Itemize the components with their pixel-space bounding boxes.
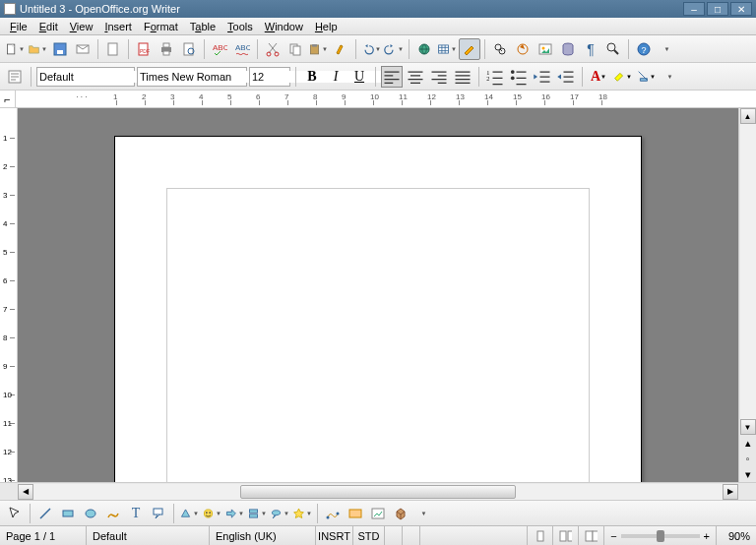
scroll-left-button[interactable]: ◀ <box>18 484 33 500</box>
vertical-ruler[interactable]: 1234567891011121314 <box>0 108 18 482</box>
increase-indent-button[interactable] <box>555 66 577 88</box>
maximize-button[interactable]: □ <box>707 2 728 16</box>
menu-format[interactable]: Format <box>138 21 184 32</box>
vscroll-track[interactable] <box>740 124 756 419</box>
zoom-slider-thumb[interactable] <box>657 530 664 542</box>
fontwork-button[interactable] <box>345 503 366 524</box>
callout-tool-button[interactable] <box>148 503 169 524</box>
bullet-list-button[interactable] <box>508 66 530 88</box>
next-page-button[interactable]: ▾ <box>741 467 755 481</box>
callouts-button[interactable]: ▼ <box>269 503 290 524</box>
close-button[interactable]: ✕ <box>730 2 752 16</box>
styles-window-button[interactable] <box>4 66 26 88</box>
save-button[interactable] <box>49 38 71 60</box>
print-button[interactable] <box>156 38 177 60</box>
hyperlink-button[interactable] <box>413 38 435 60</box>
line-tool-button[interactable] <box>34 503 56 524</box>
zoom-button[interactable] <box>602 38 624 60</box>
status-page-style[interactable]: Default <box>87 526 210 545</box>
page[interactable] <box>114 136 642 482</box>
status-selection-mode[interactable]: STD <box>353 526 385 545</box>
basic-shapes-button[interactable]: ▼ <box>178 503 200 524</box>
gallery-button[interactable] <box>535 38 556 60</box>
export-pdf-button[interactable]: PDF <box>133 38 155 60</box>
new-button[interactable]: ▼ <box>4 38 26 60</box>
redo-button[interactable]: ▼ <box>383 38 405 60</box>
open-button[interactable]: ▼ <box>27 38 48 60</box>
horizontal-ruler[interactable]: ⌐ · · ·123456789101112131415161718 <box>0 91 756 108</box>
navigation-button[interactable]: ◦ <box>741 452 755 465</box>
drawing-overflow-button[interactable]: ▼ <box>412 503 434 524</box>
data-sources-button[interactable] <box>557 38 579 60</box>
toolbar-overflow-button[interactable]: ▼ <box>656 38 677 60</box>
view-layout-book[interactable] <box>579 526 604 545</box>
from-file-button[interactable] <box>367 503 389 524</box>
print-preview-button[interactable] <box>178 38 200 60</box>
select-tool-button[interactable] <box>4 503 26 524</box>
menu-table[interactable]: Table <box>184 21 221 32</box>
navigator-button[interactable] <box>512 38 534 60</box>
menu-window[interactable]: Window <box>259 21 309 32</box>
menu-edit[interactable]: Edit <box>33 21 64 32</box>
copy-button[interactable] <box>284 38 306 60</box>
menu-help[interactable]: Help <box>309 21 344 32</box>
background-color-button[interactable]: ▼ <box>635 66 657 88</box>
numbered-list-button[interactable]: 12 <box>484 66 506 88</box>
align-justify-button[interactable] <box>452 66 473 88</box>
ellipse-tool-button[interactable] <box>80 503 101 524</box>
scroll-down-button[interactable]: ▼ <box>740 419 756 435</box>
undo-button[interactable]: ▼ <box>360 38 382 60</box>
rectangle-tool-button[interactable] <box>57 503 79 524</box>
font-size-combo[interactable]: ▼ <box>249 67 290 87</box>
format-paintbrush-button[interactable] <box>330 38 351 60</box>
show-draw-functions-button[interactable] <box>459 38 480 60</box>
status-modified[interactable] <box>385 526 403 545</box>
status-insert-mode[interactable]: INSRT <box>316 526 353 545</box>
highlight-button[interactable]: ▼ <box>611 66 633 88</box>
view-layout-auto[interactable] <box>553 526 579 545</box>
find-replace-button[interactable] <box>489 38 511 60</box>
status-signature[interactable] <box>403 526 420 545</box>
hscroll-track[interactable] <box>33 484 723 500</box>
font-color-button[interactable]: A▼ <box>588 66 609 88</box>
symbol-shapes-button[interactable]: ▼ <box>201 503 222 524</box>
block-arrows-button[interactable]: ▼ <box>223 503 245 524</box>
decrease-indent-button[interactable] <box>532 66 553 88</box>
previous-page-button[interactable]: ▴ <box>741 436 755 450</box>
vertical-scrollbar[interactable]: ▲ ▼ ▴ ◦ ▾ <box>738 108 756 482</box>
status-language[interactable]: English (UK) <box>210 526 316 545</box>
document-canvas[interactable] <box>18 108 738 482</box>
font-name-combo[interactable]: ▼ <box>137 67 247 87</box>
status-page[interactable]: Page 1 / 1 <box>0 526 87 545</box>
cut-button[interactable] <box>262 38 284 60</box>
scroll-right-button[interactable]: ▶ <box>723 484 738 500</box>
paragraph-style-combo[interactable]: ▼ <box>36 67 135 87</box>
menu-tools[interactable]: Tools <box>221 21 259 32</box>
align-right-button[interactable] <box>428 66 450 88</box>
italic-button[interactable]: I <box>325 66 346 88</box>
underline-button[interactable]: U <box>348 66 370 88</box>
align-center-button[interactable] <box>405 66 426 88</box>
hscroll-thumb[interactable] <box>240 485 516 499</box>
help-button[interactable]: ? <box>633 38 655 60</box>
extrusion-button[interactable] <box>390 503 411 524</box>
bold-button[interactable]: B <box>301 66 323 88</box>
paste-button[interactable]: ▼ <box>307 38 329 60</box>
stars-button[interactable]: ▼ <box>291 503 313 524</box>
spellcheck-button[interactable]: ABC <box>209 38 230 60</box>
table-button[interactable]: ▼ <box>436 38 458 60</box>
points-button[interactable] <box>322 503 344 524</box>
zoom-slider[interactable]: − + <box>604 526 717 545</box>
email-button[interactable] <box>72 38 94 60</box>
scroll-up-button[interactable]: ▲ <box>740 108 756 124</box>
horizontal-scrollbar[interactable]: ◀ ▶ <box>0 482 756 500</box>
nonprinting-chars-button[interactable]: ¶ <box>580 38 601 60</box>
autospellcheck-button[interactable]: ABC <box>231 38 253 60</box>
minimize-button[interactable]: – <box>683 2 705 16</box>
zoom-percent[interactable]: 90% <box>717 526 756 545</box>
menu-insert[interactable]: Insert <box>98 21 138 32</box>
text-tool-button[interactable]: T <box>125 503 147 524</box>
flowchart-button[interactable]: ▼ <box>246 503 268 524</box>
freeform-tool-button[interactable] <box>102 503 124 524</box>
edit-file-button[interactable] <box>102 38 124 60</box>
